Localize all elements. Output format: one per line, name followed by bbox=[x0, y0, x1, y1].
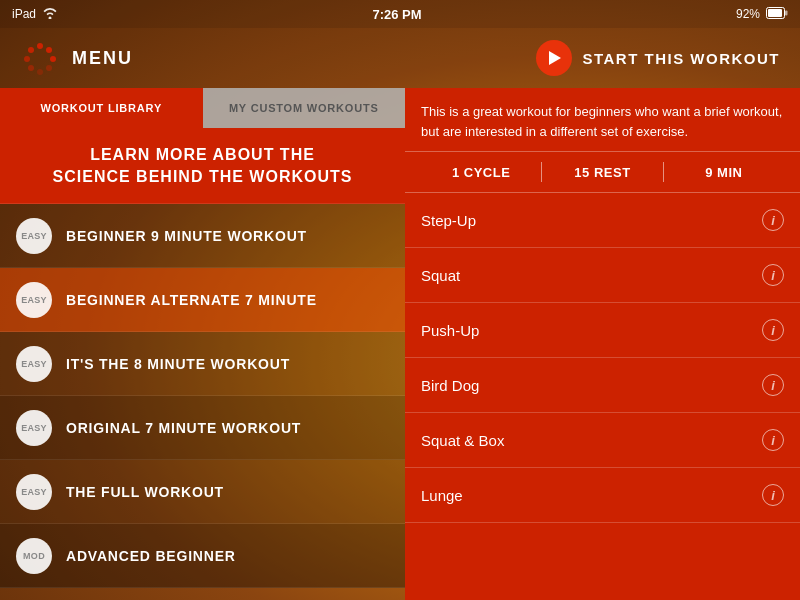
tab-custom-workouts[interactable]: MY CUSTOM WORKOUTS bbox=[203, 88, 406, 128]
top-nav: MENU START THIS WORKOUT bbox=[0, 28, 800, 88]
time-display: 7:26 PM bbox=[372, 7, 421, 22]
workout-stats: 1 CYCLE 15 REST 9 MIN bbox=[405, 152, 800, 193]
difficulty-badge: EASY bbox=[16, 218, 52, 254]
svg-point-5 bbox=[50, 56, 56, 62]
info-icon[interactable]: i bbox=[762, 264, 784, 286]
exercise-item[interactable]: Lungei bbox=[405, 468, 800, 523]
ipad-label: iPad bbox=[12, 7, 36, 21]
difficulty-badge: EASY bbox=[16, 282, 52, 318]
info-icon[interactable]: i bbox=[762, 319, 784, 341]
svg-rect-2 bbox=[785, 10, 788, 15]
exercise-name: Squat bbox=[421, 267, 460, 284]
workout-name: ADVANCED BEGINNER bbox=[66, 548, 236, 564]
workout-item[interactable]: EASYORIGINAL 7 MINUTE WORKOUT bbox=[0, 396, 405, 460]
exercise-item[interactable]: Push-Upi bbox=[405, 303, 800, 358]
workout-item[interactable]: EASYIT'S THE 8 MINUTE WORKOUT bbox=[0, 332, 405, 396]
start-workout-button[interactable]: START THIS WORKOUT bbox=[536, 40, 780, 76]
exercise-item[interactable]: Squati bbox=[405, 248, 800, 303]
difficulty-badge: EASY bbox=[16, 410, 52, 446]
svg-point-8 bbox=[28, 65, 34, 71]
tabs: WORKOUT LIBRARY MY CUSTOM WORKOUTS bbox=[0, 88, 405, 128]
svg-point-6 bbox=[46, 65, 52, 71]
workout-item[interactable]: EASYTHE FULL WORKOUT bbox=[0, 460, 405, 524]
workout-name: IT'S THE 8 MINUTE WORKOUT bbox=[66, 356, 290, 372]
battery-percent: 92% bbox=[736, 7, 760, 21]
svg-point-7 bbox=[37, 69, 43, 75]
workout-name: BEGINNER 9 MINUTE WORKOUT bbox=[66, 228, 307, 244]
difficulty-badge: EASY bbox=[16, 346, 52, 382]
play-triangle bbox=[549, 51, 561, 65]
exercise-name: Lunge bbox=[421, 487, 463, 504]
workout-item[interactable]: MODADVANCED BEGINNER bbox=[0, 524, 405, 588]
exercise-name: Bird Dog bbox=[421, 377, 479, 394]
svg-point-4 bbox=[46, 47, 52, 53]
tab-workout-library[interactable]: WORKOUT LIBRARY bbox=[0, 88, 203, 128]
right-panel: This is a great workout for beginners wh… bbox=[405, 88, 800, 600]
play-icon bbox=[536, 40, 572, 76]
workout-item[interactable]: EASYBEGINNER 9 MINUTE WORKOUT bbox=[0, 204, 405, 268]
stat-duration: 9 MIN bbox=[664, 165, 784, 180]
exercise-item[interactable]: Bird Dogi bbox=[405, 358, 800, 413]
workout-description: This is a great workout for beginners wh… bbox=[405, 88, 800, 152]
info-icon[interactable]: i bbox=[762, 209, 784, 231]
difficulty-badge: EASY bbox=[16, 474, 52, 510]
start-workout-label: START THIS WORKOUT bbox=[582, 50, 780, 67]
info-icon[interactable]: i bbox=[762, 484, 784, 506]
exercise-item[interactable]: Squat & Boxi bbox=[405, 413, 800, 468]
stat-cycles: 1 CYCLE bbox=[421, 165, 541, 180]
battery-icon bbox=[766, 7, 788, 22]
svg-point-10 bbox=[28, 47, 34, 53]
workout-list: EASYBEGINNER 9 MINUTE WORKOUTEASYBEGINNE… bbox=[0, 204, 405, 600]
status-right: 92% bbox=[736, 7, 788, 22]
exercise-list: Step-UpiSquatiPush-UpiBird DogiSquat & B… bbox=[405, 193, 800, 600]
workout-name: BEGINNER ALTERNATE 7 MINUTE bbox=[66, 292, 317, 308]
learn-more-banner[interactable]: LEARN MORE ABOUT THE SCIENCE BEHIND THE … bbox=[0, 128, 405, 204]
info-icon[interactable]: i bbox=[762, 429, 784, 451]
svg-rect-1 bbox=[768, 9, 782, 17]
svg-point-9 bbox=[24, 56, 30, 62]
info-icon[interactable]: i bbox=[762, 374, 784, 396]
exercise-name: Step-Up bbox=[421, 212, 476, 229]
menu-label: MENU bbox=[72, 48, 133, 69]
wifi-icon bbox=[42, 7, 58, 22]
workout-name: ORIGINAL 7 MINUTE WORKOUT bbox=[66, 420, 301, 436]
nav-left: MENU bbox=[20, 38, 133, 78]
left-panel: WORKOUT LIBRARY MY CUSTOM WORKOUTS LEARN… bbox=[0, 88, 405, 600]
exercise-name: Push-Up bbox=[421, 322, 479, 339]
status-left: iPad bbox=[12, 7, 58, 22]
app-logo bbox=[20, 38, 60, 78]
status-bar: iPad 7:26 PM 92% bbox=[0, 0, 800, 28]
workout-name: THE FULL WORKOUT bbox=[66, 484, 224, 500]
difficulty-badge: MOD bbox=[16, 538, 52, 574]
exercise-name: Squat & Box bbox=[421, 432, 504, 449]
svg-point-3 bbox=[37, 43, 43, 49]
stat-rest: 15 REST bbox=[542, 165, 662, 180]
main-content: WORKOUT LIBRARY MY CUSTOM WORKOUTS LEARN… bbox=[0, 88, 800, 600]
exercise-item[interactable]: Step-Upi bbox=[405, 193, 800, 248]
workout-item[interactable]: EASYBEGINNER ALTERNATE 7 MINUTE bbox=[0, 268, 405, 332]
